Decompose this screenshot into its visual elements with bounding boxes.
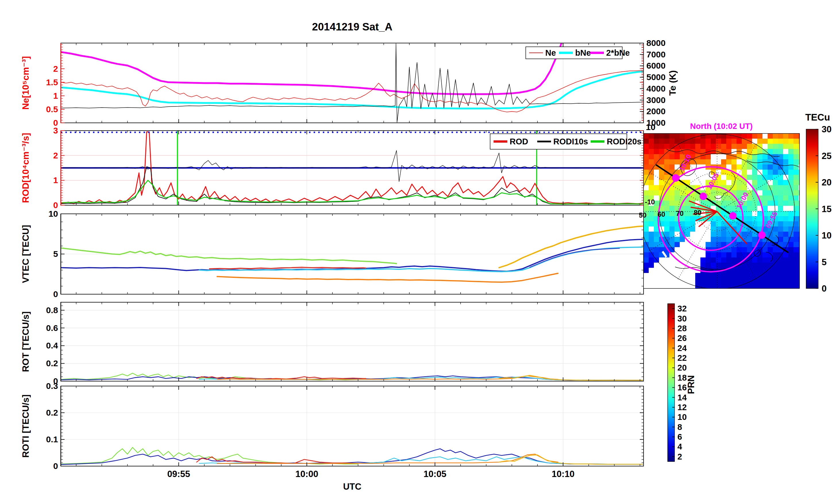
utc-axis-label: UTC: [343, 482, 361, 492]
svg-text:RODI10s: RODI10s: [553, 137, 588, 146]
ytick-ne_te-2: 2: [53, 64, 58, 73]
tecu-tick-20: 20: [822, 177, 831, 187]
tecu-tick-0: 0: [822, 283, 827, 294]
prn-tick-8: 8: [677, 422, 682, 432]
prn-tick-14: 14: [677, 393, 687, 402]
prn-tick-18: 18: [677, 373, 687, 382]
ytick-rot-0.6: 0.6: [46, 323, 58, 333]
ytick-vtec-10: 10: [48, 209, 58, 219]
ytick-vtec-5: 5: [53, 249, 58, 259]
te-axis-label: Te (K): [667, 70, 678, 96]
track-dot-10:10: [672, 174, 679, 182]
xtick-09:55: 09:55: [167, 469, 190, 479]
ytick-roti-0.3: 0.3: [46, 381, 58, 391]
svg-text:RODI20s: RODI20s: [607, 137, 641, 146]
xtick-10:00: 10:00: [295, 469, 318, 479]
prn-tick-16: 16: [677, 383, 687, 392]
ytick-rod-2: 2: [53, 151, 58, 160]
prn-tick-30: 30: [677, 314, 687, 323]
ytick-rot-0.8: 0.8: [46, 305, 58, 315]
prn-tick-26: 26: [677, 334, 687, 343]
svg-text:Ne: Ne: [545, 48, 556, 58]
prn-tick-2: 2: [677, 452, 682, 461]
ylabel-roti: ROTI [TECU/s]: [20, 394, 31, 458]
ytick-rot-0.2: 0.2: [46, 359, 58, 368]
legend: NebNe2*bNe: [526, 47, 630, 59]
prn-label: PRN: [686, 375, 696, 394]
track-dot-09:55: [758, 231, 766, 239]
map-lat-label-60: 60: [658, 210, 665, 218]
ytick-roti-0.1: 0.1: [46, 435, 58, 444]
tecu-tick-25: 25: [822, 151, 831, 161]
ytick-rod-1: 1: [53, 175, 58, 185]
svg-text:bNe: bNe: [575, 48, 591, 58]
ytick-ne_te-1.5: 1.5: [46, 77, 58, 87]
ytick-rod-3: 3: [53, 126, 58, 135]
ytick-rod-0: 0: [53, 200, 58, 210]
prn-tick-12: 12: [677, 403, 687, 412]
map-lon-label: -10: [645, 198, 655, 206]
prn-tick-4: 4: [677, 442, 682, 451]
te-tick-5000: 5000: [646, 72, 666, 82]
legend: RODRODI10sRODI20s: [490, 134, 641, 149]
prn-tick-6: 6: [677, 432, 682, 441]
te-tick-2000: 2000: [646, 107, 666, 116]
te-tick-8000: 8000: [646, 38, 666, 48]
polar-tec-map: 10:1010:0510:0009:55North (10:02 UT)-105…: [637, 122, 804, 291]
ylabel-vtec: VTEC [TECU]: [20, 225, 31, 283]
prn-tick-24: 24: [677, 344, 687, 353]
svg-text:ROD: ROD: [510, 137, 528, 146]
prn-tick-28: 28: [677, 324, 687, 333]
ylabel-rod: ROD[10⁴cm⁻³/s]: [20, 133, 31, 203]
tecu-tick-15: 15: [822, 204, 831, 214]
xtick-10:10: 10:10: [552, 469, 574, 479]
map-cells: [643, 134, 804, 289]
rod-right-top-label: 10: [646, 122, 655, 132]
prn-tick-22: 22: [677, 353, 687, 363]
map-lat-label-50: 50: [639, 211, 647, 219]
xtick-10:05: 10:05: [423, 469, 446, 479]
tecu-tick-5: 5: [822, 257, 827, 267]
track-dot-10:05: [700, 192, 707, 200]
track-dot-10:00: [729, 212, 737, 220]
ytick-roti-0.2: 0.2: [46, 408, 58, 417]
svg-text:20141219 Sat_A: 20141219 Sat_A: [312, 21, 392, 33]
ylabel-ne_te: Ne[10⁵cm⁻³]: [20, 56, 31, 110]
te-tick-4000: 4000: [646, 84, 666, 93]
te-tick-3000: 3000: [646, 95, 666, 105]
ytick-ne_te-1: 1: [53, 91, 58, 100]
prn-tick-32: 32: [677, 304, 687, 313]
ytick-rot-0.4: 0.4: [46, 341, 58, 350]
svg-text:2*bNe: 2*bNe: [606, 48, 630, 58]
ytick-roti-0: 0: [53, 461, 58, 471]
ytick-vtec-0: 0: [53, 289, 58, 299]
prn-tick-10: 10: [677, 412, 687, 421]
map-lat-label-70: 70: [676, 209, 684, 217]
ytick-ne_te-0.5: 0.5: [46, 105, 58, 114]
tecu-tick-30: 30: [822, 124, 831, 134]
te-tick-6000: 6000: [646, 61, 666, 70]
prn-tick-20: 20: [677, 363, 687, 372]
map-lat-label-80: 80: [694, 209, 702, 216]
ylabel-rot: ROT [TECU/s]: [20, 312, 31, 372]
tecu-tick-10: 10: [822, 230, 831, 240]
multi-panel-ionosphere-plot: 20141219 Sat_A00.511.5210002000300040005…: [0, 0, 834, 504]
te-tick-7000: 7000: [646, 50, 666, 59]
figure-canvas: 20141219 Sat_A 20141219 Sat_A00.511.5210…: [0, 0, 834, 504]
map-title: North (10:02 UT): [690, 122, 753, 131]
tecu-label: TECu: [805, 112, 830, 122]
